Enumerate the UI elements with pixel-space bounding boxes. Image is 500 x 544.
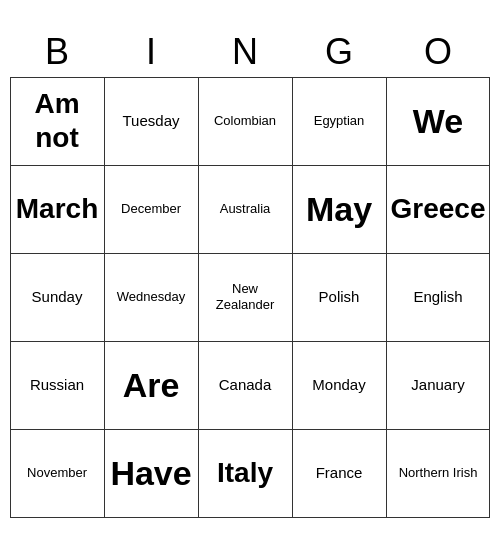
bingo-cell: Sunday: [10, 253, 104, 341]
cell-text: Greece: [391, 170, 486, 249]
bingo-cell: English: [386, 253, 490, 341]
cell-text: Northern Irish: [391, 434, 486, 513]
cell-text: Monday: [297, 346, 382, 425]
cell-text: December: [109, 170, 194, 249]
bingo-cell: May: [292, 165, 386, 253]
table-row: NovemberHaveItalyFranceNorthern Irish: [10, 429, 490, 517]
bingo-cell: Italy: [198, 429, 292, 517]
bingo-cell: We: [386, 77, 490, 165]
cell-text: Polish: [297, 258, 382, 337]
col-header: I: [104, 27, 198, 78]
bingo-cell: Are: [104, 341, 198, 429]
bingo-cell: Russian: [10, 341, 104, 429]
table-row: Am notTuesdayColombianEgyptianWe: [10, 77, 490, 165]
cell-text: Italy: [203, 434, 288, 513]
bingo-cell: November: [10, 429, 104, 517]
cell-text: Sunday: [15, 258, 100, 337]
col-header: B: [10, 27, 104, 78]
bingo-cell: Wednesday: [104, 253, 198, 341]
cell-text: New Zealander: [203, 258, 288, 337]
bingo-cell: Have: [104, 429, 198, 517]
bingo-grid: BINGO Am notTuesdayColombianEgyptianWeMa…: [10, 27, 491, 518]
bingo-cell: France: [292, 429, 386, 517]
bingo-body: Am notTuesdayColombianEgyptianWeMarchDec…: [10, 77, 490, 517]
bingo-cell: Tuesday: [104, 77, 198, 165]
cell-text: Colombian: [203, 82, 288, 161]
cell-text: We: [391, 82, 486, 161]
cell-text: Egyptian: [297, 82, 382, 161]
cell-text: France: [297, 434, 382, 513]
cell-text: Are: [109, 346, 194, 425]
cell-text: Canada: [203, 346, 288, 425]
bingo-cell: Australia: [198, 165, 292, 253]
cell-text: English: [391, 258, 486, 337]
col-header: G: [292, 27, 386, 78]
bingo-cell: Monday: [292, 341, 386, 429]
cell-text: Wednesday: [109, 258, 194, 337]
cell-text: Have: [109, 434, 194, 513]
cell-text: Australia: [203, 170, 288, 249]
header-row: BINGO: [10, 27, 490, 78]
bingo-cell: Canada: [198, 341, 292, 429]
table-row: SundayWednesdayNew ZealanderPolishEnglis…: [10, 253, 490, 341]
table-row: RussianAreCanadaMondayJanuary: [10, 341, 490, 429]
cell-text: Am not: [15, 82, 100, 161]
cell-text: January: [391, 346, 486, 425]
cell-text: May: [297, 170, 382, 249]
bingo-cell: Egyptian: [292, 77, 386, 165]
bingo-cell: Northern Irish: [386, 429, 490, 517]
bingo-cell: New Zealander: [198, 253, 292, 341]
bingo-cell: Colombian: [198, 77, 292, 165]
col-header: N: [198, 27, 292, 78]
cell-text: March: [15, 170, 100, 249]
col-header: O: [386, 27, 490, 78]
cell-text: Tuesday: [109, 82, 194, 161]
bingo-cell: Greece: [386, 165, 490, 253]
bingo-cell: March: [10, 165, 104, 253]
bingo-cell: December: [104, 165, 198, 253]
bingo-cell: Polish: [292, 253, 386, 341]
bingo-cell: January: [386, 341, 490, 429]
cell-text: November: [15, 434, 100, 513]
table-row: MarchDecemberAustraliaMayGreece: [10, 165, 490, 253]
cell-text: Russian: [15, 346, 100, 425]
bingo-cell: Am not: [10, 77, 104, 165]
